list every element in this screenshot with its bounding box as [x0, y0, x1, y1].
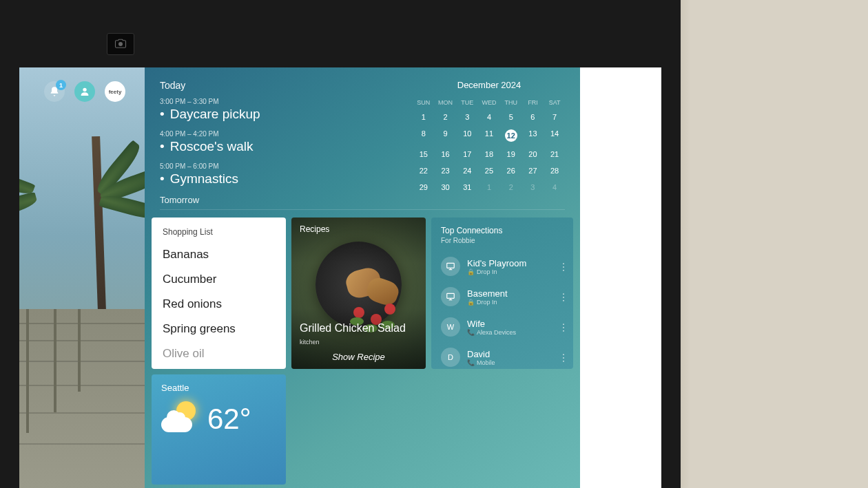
calendar-day[interactable]: 13: [523, 126, 544, 145]
screen: 1 feety Today 3:00 PM – 3:30 PM Daycare …: [19, 67, 661, 488]
calendar-day[interactable]: 3: [457, 109, 477, 125]
list-item[interactable]: Bananas: [163, 242, 275, 267]
connection-item[interactable]: Basement🔒 Drop In⋯: [441, 282, 568, 312]
calendar-day[interactable]: 19: [501, 147, 521, 162]
more-icon[interactable]: ⋯: [558, 323, 569, 331]
calendar-day[interactable]: 9: [435, 126, 456, 145]
notification-badge: 1: [56, 80, 66, 90]
calendar-day[interactable]: 15: [413, 147, 434, 162]
calendar-day[interactable]: 5: [501, 109, 521, 125]
agenda-today-label: Today: [160, 80, 400, 91]
contact-initial-icon: W: [441, 317, 460, 337]
mini-calendar[interactable]: December 2024 SUNMONTUEWEDTHUFRISAT12345…: [413, 80, 565, 200]
calendar-day[interactable]: 21: [544, 147, 565, 162]
user-avatar[interactable]: [74, 81, 95, 102]
more-icon[interactable]: ⋯: [558, 293, 569, 301]
monitor-icon: [441, 287, 460, 306]
calendar-day[interactable]: 26: [501, 163, 521, 178]
divider: [160, 209, 565, 210]
device-frame: 1 feety Today 3:00 PM – 3:30 PM Daycare …: [0, 0, 681, 488]
calendar-day[interactable]: 30: [435, 180, 456, 195]
list-item[interactable]: Cucumber: [163, 267, 275, 292]
list-item[interactable]: Olive oil: [163, 341, 275, 366]
contact-initial-icon: D: [441, 348, 460, 367]
calendar-day[interactable]: 24: [457, 163, 477, 178]
list-item[interactable]: Red onions: [163, 292, 275, 317]
svg-point-0: [118, 42, 123, 46]
notifications-button[interactable]: 1: [44, 81, 65, 102]
agenda-item[interactable]: 3:00 PM – 3:30 PM Daycare pickup: [160, 98, 400, 122]
calendar-day[interactable]: 2: [501, 180, 521, 195]
calendar-day[interactable]: 14: [544, 126, 565, 145]
recipe-widget[interactable]: Recipes Grilled Chicken Salad kitchen Sh…: [291, 218, 426, 369]
calendar-day[interactable]: 25: [479, 163, 499, 178]
calendar-day[interactable]: 8: [413, 126, 434, 145]
more-icon[interactable]: ⋯: [558, 262, 569, 270]
dashboard-panel: Today 3:00 PM – 3:30 PM Daycare pickup 4…: [145, 67, 580, 488]
profile-chip[interactable]: feety: [105, 81, 125, 102]
monitor-icon: [441, 257, 460, 276]
calendar-day[interactable]: 7: [544, 109, 565, 125]
calendar-day[interactable]: 27: [523, 163, 544, 178]
connections-widget[interactable]: Top Connections For Robbie Kid's Playroo…: [431, 218, 573, 369]
calendar-day[interactable]: 6: [523, 109, 544, 125]
svg-rect-2: [447, 263, 455, 268]
weather-partly-cloudy-icon: [161, 400, 199, 438]
show-recipe-button[interactable]: Show Recipe: [291, 352, 426, 362]
camera-icon: [107, 33, 134, 55]
calendar-day[interactable]: 31: [457, 180, 477, 195]
calendar-day[interactable]: 12: [501, 126, 521, 145]
svg-rect-3: [447, 293, 455, 298]
calendar-day[interactable]: 1: [413, 109, 434, 125]
connection-item[interactable]: Kid's Playroom🔒 Drop In⋯: [441, 251, 568, 282]
calendar-day[interactable]: 16: [435, 147, 456, 162]
connection-item[interactable]: DDavid📞 Mobile⋯: [441, 342, 568, 369]
agenda-item[interactable]: 5:00 PM – 6:00 PM Gymnastics: [160, 162, 400, 187]
svg-point-1: [83, 88, 86, 92]
calendar-day[interactable]: 11: [479, 126, 499, 145]
agenda-item[interactable]: 4:00 PM – 4:20 PM Roscoe's walk: [160, 130, 400, 154]
calendar-day[interactable]: 29: [413, 180, 434, 195]
list-item[interactable]: Spring greens: [163, 317, 275, 341]
calendar-widget[interactable]: Today 3:00 PM – 3:30 PM Daycare pickup 4…: [145, 67, 580, 212]
weather-widget[interactable]: Seattle 62°: [152, 374, 286, 485]
calendar-day[interactable]: 2: [435, 109, 456, 125]
calendar-day[interactable]: 22: [413, 163, 434, 178]
shopping-list-widget[interactable]: Shopping List Bananas Cucumber Red onion…: [152, 218, 286, 369]
calendar-day[interactable]: 18: [479, 147, 499, 162]
calendar-day[interactable]: 4: [544, 180, 565, 195]
calendar-day[interactable]: 4: [479, 109, 499, 125]
wall-background: [675, 0, 868, 488]
agenda-tomorrow-label: Tomorrow: [160, 195, 400, 205]
status-bar: 1 feety: [44, 81, 125, 102]
connection-item[interactable]: WWife📞 Alexa Devices⋯: [441, 312, 568, 342]
calendar-day[interactable]: 1: [479, 180, 499, 195]
more-icon[interactable]: ⋯: [558, 353, 569, 361]
calendar-day[interactable]: 28: [544, 163, 565, 178]
calendar-day[interactable]: 23: [435, 163, 456, 178]
calendar-day[interactable]: 20: [523, 147, 544, 162]
calendar-day[interactable]: 3: [523, 180, 544, 195]
calendar-day[interactable]: 17: [457, 147, 477, 162]
calendar-day[interactable]: 10: [457, 126, 477, 145]
